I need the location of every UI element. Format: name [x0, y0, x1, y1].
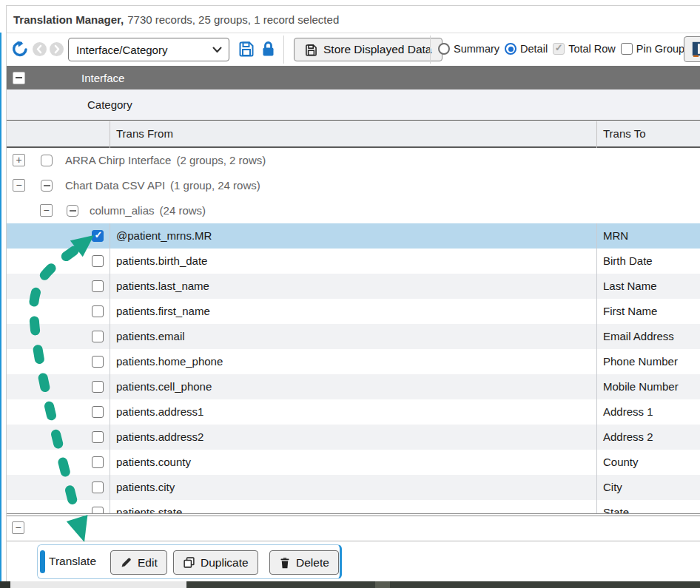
trans-from-cell: patients.address1 [116, 405, 203, 418]
pencil-icon [120, 556, 132, 569]
trans-to-cell: State [603, 506, 629, 513]
collapse-interface-icon[interactable] [13, 72, 25, 84]
trans-from-cell: patients.county [116, 456, 191, 468]
toolbar-separator [430, 36, 431, 64]
row-checkbox[interactable] [92, 280, 104, 292]
row-checkbox[interactable] [92, 356, 104, 368]
group-label: column_alias [90, 204, 155, 217]
save-icon [305, 44, 317, 56]
group-label: ARRA Chirp Interface [65, 154, 171, 166]
title-bar: Translation Manager, 7730 records, 25 gr… [7, 6, 700, 33]
trans-to-header[interactable]: Trans To [603, 127, 646, 140]
translate-accent-bar [40, 550, 45, 573]
grouping-select-value: Interface/Category [76, 44, 167, 56]
trans-to-cell: Birth Date [603, 254, 653, 267]
edit-button-label: Edit [138, 556, 158, 570]
column-header-row: Trans From Trans To [7, 121, 700, 148]
row-checkbox[interactable] [92, 255, 104, 267]
edit-button[interactable]: Edit [110, 550, 167, 575]
detail-radio[interactable] [505, 43, 516, 55]
column-divider [596, 223, 597, 513]
row-checkbox[interactable] [92, 331, 104, 342]
group-expander[interactable]: − [40, 204, 53, 217]
translate-panel-label: Translate [49, 555, 96, 568]
group-label: Chart Data CSV API [65, 179, 165, 192]
column-divider [110, 121, 110, 148]
toolbar-separator [283, 36, 284, 64]
delete-button[interactable]: Delete [269, 550, 339, 575]
row-checkbox[interactable] [92, 456, 104, 468]
trans-to-cell: Email Address [603, 330, 674, 342]
trans-to-cell: City [603, 481, 622, 493]
duplicate-button[interactable]: Duplicate [173, 550, 258, 575]
interface-group-header: Interface [7, 66, 700, 89]
view-options-group: Summary Detail Total Row Pin Groups [438, 43, 690, 55]
pin-groups-checkbox[interactable] [621, 43, 633, 55]
group-meta: (24 rows) [160, 204, 206, 217]
refresh-icon [11, 40, 29, 58]
row-checkbox[interactable] [92, 305, 104, 317]
record-summary: 7730 records, 25 groups, 1 record select… [127, 13, 339, 26]
store-displayed-data-button[interactable]: Store Displayed Data [294, 38, 442, 61]
lock-icon [260, 40, 276, 58]
duplicate-button-label: Duplicate [201, 556, 249, 570]
total-row-option[interactable]: Total Row [553, 43, 616, 55]
trans-from-header[interactable]: Trans From [116, 127, 173, 140]
detail-radio-option[interactable]: Detail [505, 43, 548, 55]
refresh-button[interactable] [11, 40, 29, 58]
row-checkbox[interactable] [92, 507, 104, 513]
group-meta: (1 group, 24 rows) [170, 179, 260, 192]
trans-to-cell: County [603, 456, 639, 468]
collapse-footer-icon[interactable]: − [12, 521, 24, 534]
total-row-label: Total Row [568, 43, 616, 55]
summary-radio-option[interactable]: Summary [438, 43, 499, 55]
bottom-edge-bar [0, 581, 700, 588]
group-row[interactable]: + ARRA Chirp Interface(2 groups, 2 rows) [7, 148, 700, 173]
row-checkbox[interactable] [92, 381, 104, 393]
bottom-edge-segment [375, 581, 390, 588]
group-row[interactable]: − column_alias(24 rows) [7, 198, 700, 223]
group-row[interactable]: − Chart Data CSV API(1 group, 24 rows) [7, 173, 700, 198]
lock-button[interactable] [260, 40, 276, 58]
trans-from-cell: patients.home_phone [116, 355, 223, 368]
trans-to-cell: Address 1 [603, 405, 653, 418]
row-checkbox[interactable] [92, 406, 104, 418]
trans-from-cell: patients.first_name [116, 305, 210, 317]
total-row-checkbox[interactable] [553, 43, 565, 55]
translate-panel: Translate Edit Duplicate [37, 544, 342, 579]
row-checkbox[interactable] [92, 230, 104, 242]
toolbar: Interface/Category Store Displayed [7, 33, 700, 66]
column-chooser-button[interactable] [684, 36, 700, 62]
copy-icon [183, 556, 195, 569]
category-header-label: Category [87, 98, 132, 111]
trans-from-cell: patients.state [116, 506, 182, 513]
group-checkbox[interactable] [41, 180, 53, 192]
column-divider [110, 223, 110, 513]
interface-header-label: Interface [81, 72, 124, 84]
summary-radio-label: Summary [454, 43, 499, 55]
row-checkbox[interactable] [92, 431, 104, 443]
category-group-header: Category [7, 89, 700, 121]
trans-to-cell: First Name [603, 305, 657, 317]
chevron-left-icon [33, 42, 47, 56]
trans-from-cell: patients.cell_phone [116, 380, 212, 393]
trans-from-cell: patients.last_name [116, 280, 209, 292]
pin-groups-option[interactable]: Pin Groups [621, 43, 690, 55]
group-expander[interactable]: + [13, 154, 25, 166]
bottom-edge-segment [10, 581, 186, 588]
prev-button[interactable] [33, 42, 47, 56]
trans-to-cell: Last Name [603, 280, 657, 292]
summary-radio[interactable] [438, 43, 450, 55]
next-button[interactable] [50, 42, 64, 56]
group-checkbox[interactable] [41, 155, 53, 166]
save-view-button[interactable] [238, 41, 255, 57]
pin-groups-label: Pin Groups [636, 43, 690, 55]
detail-radio-label: Detail [520, 43, 548, 55]
row-checkbox[interactable] [92, 481, 104, 493]
footer-collapse-row: − [7, 516, 700, 541]
group-expander[interactable]: − [13, 179, 25, 192]
group-checkbox[interactable] [67, 205, 78, 217]
chevron-right-icon [50, 42, 64, 56]
grouping-select[interactable]: Interface/Category [68, 38, 229, 61]
bottom-edge-segment [0, 581, 10, 588]
